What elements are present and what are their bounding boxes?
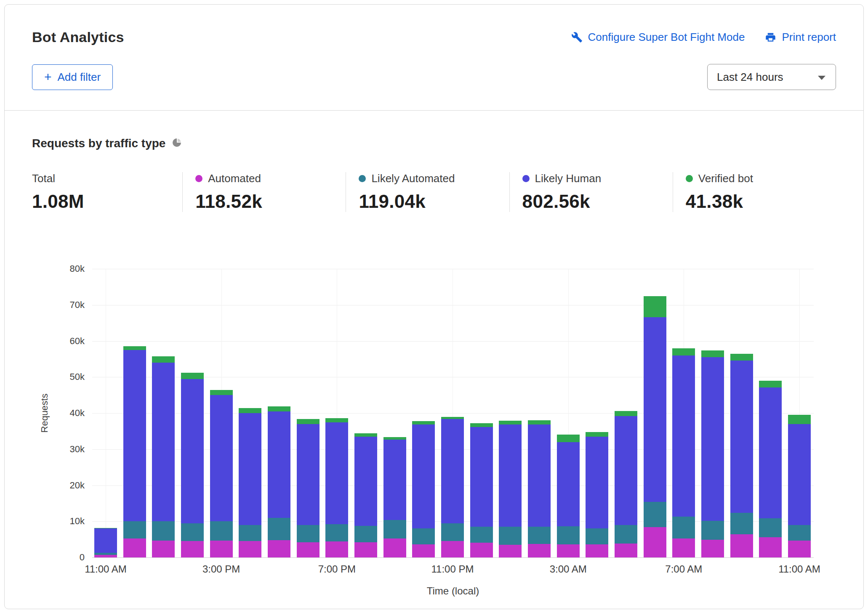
bar-segment-likely-automated[interactable] [557, 526, 580, 544]
bar-segment-verified-bot[interactable] [181, 373, 204, 379]
bar-segment-verified-bot[interactable] [701, 350, 724, 357]
bar-segment-verified-bot[interactable] [586, 432, 608, 436]
bar-segment-likely-human[interactable] [181, 379, 204, 523]
bar-segment-likely-automated[interactable] [94, 553, 117, 555]
bar-segment-verified-bot[interactable] [412, 421, 435, 424]
bar-segment-likely-human[interactable] [210, 395, 233, 521]
bar-segment-likely-human[interactable] [644, 317, 666, 502]
bar-segment-verified-bot[interactable] [94, 528, 117, 529]
bar-segment-likely-human[interactable] [268, 411, 290, 518]
bar-segment-verified-bot[interactable] [528, 420, 551, 424]
bar-segment-likely-human[interactable] [759, 387, 782, 518]
bar-segment-automated[interactable] [412, 544, 435, 557]
bar-segment-verified-bot[interactable] [325, 418, 348, 422]
bar-segment-likely-human[interactable] [701, 357, 724, 520]
bar-segment-likely-human[interactable] [557, 442, 580, 527]
bar-segment-likely-human[interactable] [672, 355, 695, 517]
bar-segment-automated[interactable] [210, 541, 233, 557]
print-report-link[interactable]: Print report [765, 31, 836, 44]
bar-segment-automated[interactable] [788, 541, 811, 557]
bar-segment-likely-automated[interactable] [615, 525, 637, 544]
bar-segment-verified-bot[interactable] [788, 415, 811, 424]
bar-segment-likely-automated[interactable] [441, 523, 464, 541]
bar-segment-likely-human[interactable] [586, 437, 608, 529]
bar-segment-likely-automated[interactable] [730, 513, 753, 534]
bar-segment-automated[interactable] [354, 542, 377, 557]
bar-segment-likely-automated[interactable] [239, 525, 261, 541]
bar-segment-verified-bot[interactable] [644, 296, 666, 317]
bar-segment-likely-automated[interactable] [412, 528, 435, 544]
bar-segment-automated[interactable] [268, 540, 290, 557]
add-filter-button[interactable]: + Add filter [32, 64, 113, 90]
bar-segment-likely-human[interactable] [730, 361, 753, 513]
bar-segment-automated[interactable] [297, 542, 320, 557]
bar-segment-automated[interactable] [94, 555, 117, 557]
bar-segment-automated[interactable] [528, 544, 551, 557]
bar-segment-likely-automated[interactable] [325, 524, 348, 541]
bar-segment-automated[interactable] [325, 541, 348, 557]
bar-segment-verified-bot[interactable] [354, 433, 377, 437]
bar-segment-automated[interactable] [672, 538, 695, 557]
bar-segment-likely-automated[interactable] [297, 525, 320, 542]
bar-segment-verified-bot[interactable] [499, 421, 522, 424]
bar-segment-verified-bot[interactable] [615, 411, 637, 416]
bar-segment-automated[interactable] [557, 544, 580, 557]
bar-segment-likely-human[interactable] [94, 528, 117, 552]
bar-segment-verified-bot[interactable] [557, 435, 580, 442]
bar-segment-likely-human[interactable] [788, 424, 811, 525]
bar-segment-likely-automated[interactable] [152, 521, 175, 540]
stat-likely-automated[interactable]: Likely Automated 119.04k [346, 172, 509, 212]
bar-segment-likely-human[interactable] [354, 437, 377, 526]
bar-segment-likely-automated[interactable] [788, 525, 811, 541]
bar-segment-automated[interactable] [615, 544, 637, 557]
bar-segment-verified-bot[interactable] [441, 417, 464, 419]
bar-segment-likely-human[interactable] [239, 413, 261, 525]
bar-segment-likely-human[interactable] [325, 422, 348, 524]
bar-segment-likely-human[interactable] [499, 424, 522, 527]
bar-segment-automated[interactable] [499, 545, 522, 557]
bar-segment-automated[interactable] [181, 541, 204, 557]
bar-segment-likely-automated[interactable] [586, 528, 608, 544]
bar-segment-automated[interactable] [383, 538, 406, 557]
stat-likely-human[interactable]: Likely Human 802.56k [509, 172, 673, 212]
bar-segment-automated[interactable] [586, 544, 608, 557]
bar-segment-likely-automated[interactable] [499, 527, 522, 545]
bar-segment-likely-automated[interactable] [759, 518, 782, 537]
bar-segment-verified-bot[interactable] [730, 354, 753, 361]
stat-verified-bot[interactable]: Verified bot 41.38k [673, 172, 836, 212]
bar-segment-likely-human[interactable] [152, 363, 175, 521]
bar-segment-verified-bot[interactable] [672, 348, 695, 355]
bar-segment-verified-bot[interactable] [759, 381, 782, 387]
bar-segment-verified-bot[interactable] [123, 346, 146, 350]
bar-segment-likely-automated[interactable] [210, 521, 233, 540]
bar-segment-likely-human[interactable] [412, 424, 435, 529]
bar-segment-likely-human[interactable] [441, 419, 464, 523]
bar-segment-automated[interactable] [239, 541, 261, 557]
bar-segment-likely-automated[interactable] [268, 518, 290, 540]
bar-segment-likely-human[interactable] [383, 440, 406, 520]
bar-segment-automated[interactable] [441, 541, 464, 557]
bar-segment-likely-human[interactable] [123, 350, 146, 521]
bar-segment-likely-automated[interactable] [354, 526, 377, 542]
bar-segment-automated[interactable] [123, 538, 146, 557]
bar-segment-verified-bot[interactable] [152, 356, 175, 363]
bar-segment-verified-bot[interactable] [297, 419, 320, 424]
bar-segment-likely-automated[interactable] [528, 527, 551, 544]
bar-segment-automated[interactable] [152, 541, 175, 557]
time-range-select[interactable]: Last 24 hours [707, 64, 836, 90]
bar-segment-likely-automated[interactable] [181, 523, 204, 541]
bar-segment-automated[interactable] [759, 537, 782, 557]
bar-segment-likely-automated[interactable] [672, 517, 695, 538]
bar-segment-likely-human[interactable] [615, 416, 637, 525]
bar-segment-verified-bot[interactable] [268, 406, 290, 411]
bar-segment-automated[interactable] [470, 543, 493, 557]
bar-segment-likely-human[interactable] [470, 427, 493, 527]
bar-segment-verified-bot[interactable] [383, 437, 406, 440]
bar-segment-automated[interactable] [701, 540, 724, 557]
bar-segment-verified-bot[interactable] [239, 408, 261, 413]
bar-segment-verified-bot[interactable] [470, 423, 493, 427]
bar-segment-likely-human[interactable] [528, 424, 551, 527]
bar-segment-likely-automated[interactable] [383, 520, 406, 539]
bar-segment-likely-automated[interactable] [701, 521, 724, 540]
bar-segment-automated[interactable] [730, 534, 753, 557]
